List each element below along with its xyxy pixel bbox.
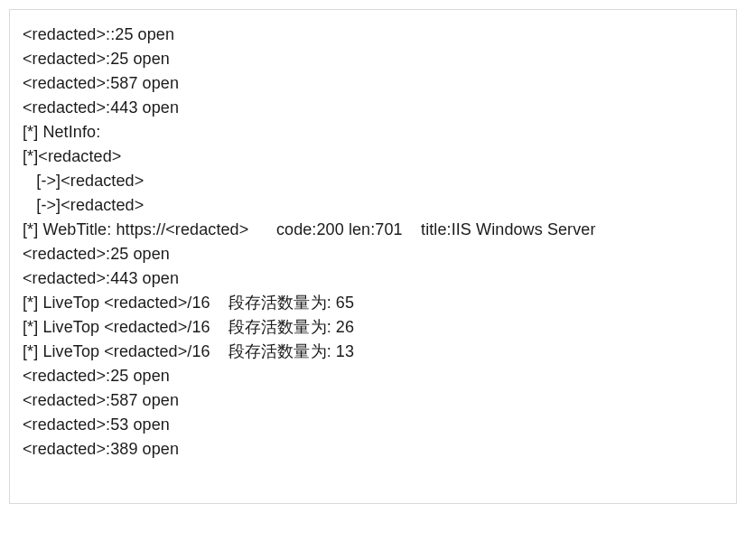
terminal-output-box: <redacted>::25 open <redacted>:25 open <… <box>9 9 737 504</box>
output-line: <redacted>:587 open <box>23 388 723 413</box>
output-line: [->]<redacted> <box>23 193 723 218</box>
output-line: [*] LiveTop <redacted>/16 段存活数量为: 13 <box>23 340 723 364</box>
output-line: [*] LiveTop <redacted>/16 段存活数量为: 26 <box>23 315 723 340</box>
output-line: [*]<redacted> <box>23 145 723 169</box>
output-line: <redacted>:53 open <box>23 413 723 437</box>
output-line: <redacted>:389 open <box>23 437 723 462</box>
output-line: [*] LiveTop <redacted>/16 段存活数量为: 65 <box>23 291 723 315</box>
output-line: [*] NetInfo: <box>23 120 723 145</box>
output-line: <redacted>:25 open <box>23 242 723 266</box>
output-line: <redacted>::25 open <box>23 23 723 47</box>
output-line: [*] WebTitle: https://<redacted> code:20… <box>23 218 723 242</box>
output-line: <redacted>:25 open <box>23 47 723 71</box>
output-line: <redacted>:443 open <box>23 96 723 120</box>
output-line: <redacted>:587 open <box>23 71 723 96</box>
output-line: <redacted>:25 open <box>23 364 723 388</box>
output-line: <redacted>:443 open <box>23 266 723 291</box>
output-line: [->]<redacted> <box>23 169 723 193</box>
